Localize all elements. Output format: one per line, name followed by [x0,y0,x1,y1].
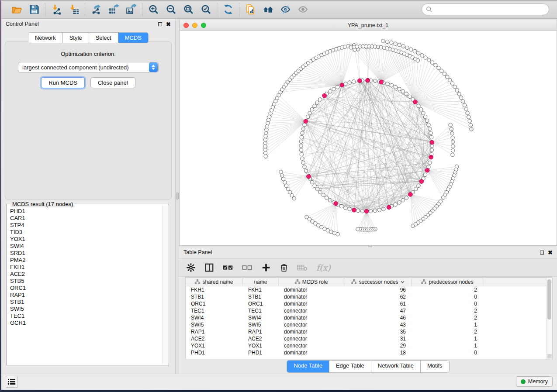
zoom-out-icon[interactable] [165,4,176,15]
table-toolbar: f(x) [179,258,557,277]
settings-gear-icon[interactable] [186,262,196,273]
mcds-result-item[interactable]: PHD1 [7,208,162,215]
tab-node-table[interactable]: Node Table [287,361,329,372]
mcds-result-item[interactable]: CAR1 [7,215,162,222]
table-row[interactable]: PHD1PHD1dominator180 [186,349,552,356]
zoom-selected-icon[interactable] [200,4,211,15]
splitter-grip[interactable] [176,193,179,199]
table-cell: 47 [344,307,412,314]
table-cell: SWI5 [186,321,243,328]
vertical-splitter[interactable] [175,19,179,374]
mcds-result-list[interactable]: PHD1CAR1STP4TID3YOX1SWI4SRD1PMA2FKH1ACE2… [7,208,162,364]
float-panel-icon[interactable] [158,22,162,26]
table-cell: 1 [412,321,483,328]
copy-style-icon[interactable] [245,4,256,15]
close-panel-icon[interactable]: ✖ [166,21,171,27]
select-stepper-icon [149,62,158,72]
close-panel-button[interactable]: Close panel [90,77,135,88]
refresh-layout-icon[interactable] [222,4,234,15]
table-cell: connector [279,321,344,328]
table-cell: connector [279,307,344,314]
save-icon[interactable] [28,4,40,15]
table-cell: ACE2 [243,335,279,342]
open-folder-icon[interactable] [11,4,22,15]
tab-network-table[interactable]: Network Table [371,361,421,372]
mcds-result-item[interactable]: ORC1 [7,285,162,292]
tab-network[interactable]: Network [28,33,63,43]
table-row[interactable]: YOX1YOX1connector291 [186,342,552,349]
close-table-panel-icon[interactable]: ✖ [548,250,553,255]
table-row[interactable]: SWI5SWI5connector431 [186,321,552,328]
hide-eye-icon[interactable] [280,4,291,15]
result-scrollbar[interactable] [162,205,168,364]
table-resize-grip[interactable] [547,354,552,358]
mcds-result-item[interactable]: SRD1 [7,250,162,257]
table-cell: RAP1 [186,328,243,335]
tab-motifs[interactable]: Motifs [421,361,449,372]
delete-table-icon[interactable] [297,262,308,273]
search-box[interactable] [422,3,549,15]
table-row[interactable]: SWI4SWI4dominator462 [186,314,552,321]
tab-style[interactable]: Style [63,33,89,43]
table-row[interactable]: ACE2ACE2connector311 [186,335,552,342]
mcds-result-item[interactable]: STB5 [7,278,162,285]
mcds-result-item[interactable]: PMA2 [7,257,162,264]
tab-edge-table[interactable]: Edge Table [329,361,371,372]
table-cell: YOX1 [186,342,243,349]
mcds-result-item[interactable]: ACE2 [7,271,162,278]
mcds-result-item[interactable]: TID3 [7,229,162,236]
table-cell: PHD1 [243,349,279,356]
mcds-result-item[interactable]: SWI5 [7,306,162,313]
float-table-panel-icon[interactable] [540,251,544,254]
table-panel-tabs: Node TableEdge TableNetwork TableMotifs [287,360,449,373]
table-cell: dominator [279,293,344,300]
table-scrollbar[interactable] [546,278,552,359]
table-row[interactable]: ORC1ORC1dominator610 [186,300,552,307]
column-header-predecessor-nodes[interactable]: predecessor nodes [412,278,483,286]
show-eye-icon[interactable] [297,4,308,15]
table-row[interactable]: TEC1TEC1connector472 [186,307,552,314]
mcds-result-item[interactable]: YOX1 [7,236,162,243]
mcds-result-item[interactable]: SWI4 [7,243,162,250]
mcds-result-item[interactable]: GCR1 [7,320,162,327]
column-header-successor-nodes[interactable]: successor nodes [344,278,412,286]
optimization-criterion-select[interactable]: largest connected component (undirected) [18,62,159,72]
mcds-result-item[interactable]: STB1 [7,299,162,306]
export-image-icon[interactable] [125,4,137,15]
tab-mcds[interactable]: MCDS [118,33,148,43]
network-graph[interactable] [180,31,557,245]
mcds-result-item[interactable]: RAP1 [7,292,162,299]
column-chooser-icon[interactable] [204,262,214,273]
tab-select[interactable]: Select [89,33,118,43]
mcds-result-item[interactable]: STP4 [7,222,162,229]
home-networks-icon[interactable] [262,4,273,15]
export-table-icon[interactable] [108,4,119,15]
zoom-fit-icon[interactable] [183,4,194,15]
select-all-icon[interactable] [223,262,233,273]
table-cell: STB1 [243,293,279,300]
network-canvas[interactable] [180,31,557,245]
table-row[interactable]: RAP1RAP1dominator352 [186,328,552,335]
search-input[interactable] [432,7,545,13]
table-row[interactable]: FKH1FKH1dominator962 [186,286,552,293]
table-cell: 61 [344,300,412,307]
memory-button[interactable]: Memory [516,376,553,387]
mcds-result-item[interactable]: TEC1 [7,313,162,320]
run-mcds-button[interactable]: Run MCDS [41,77,85,88]
import-table-icon[interactable] [68,4,80,15]
delete-column-icon[interactable] [280,262,288,273]
table-row[interactable]: STB1STB1dominator620 [186,293,552,300]
export-network-icon[interactable] [90,4,102,15]
mcds-result-item[interactable]: FKH1 [7,264,162,271]
zoom-in-icon[interactable] [148,4,159,15]
column-header-shared-name[interactable]: shared name [186,278,243,286]
column-header-name[interactable]: name [243,278,279,286]
unselect-all-icon[interactable] [242,262,253,273]
function-builder-icon[interactable]: f(x) [316,263,331,272]
memory-status-icon [521,379,526,384]
import-network-icon[interactable] [51,4,62,15]
add-column-icon[interactable] [261,262,271,273]
task-history-button[interactable] [6,376,17,388]
column-header-MCDS-role[interactable]: MCDS role [279,278,344,286]
network-window-titlebar[interactable]: YPA_prune.txt_1 [180,20,557,31]
